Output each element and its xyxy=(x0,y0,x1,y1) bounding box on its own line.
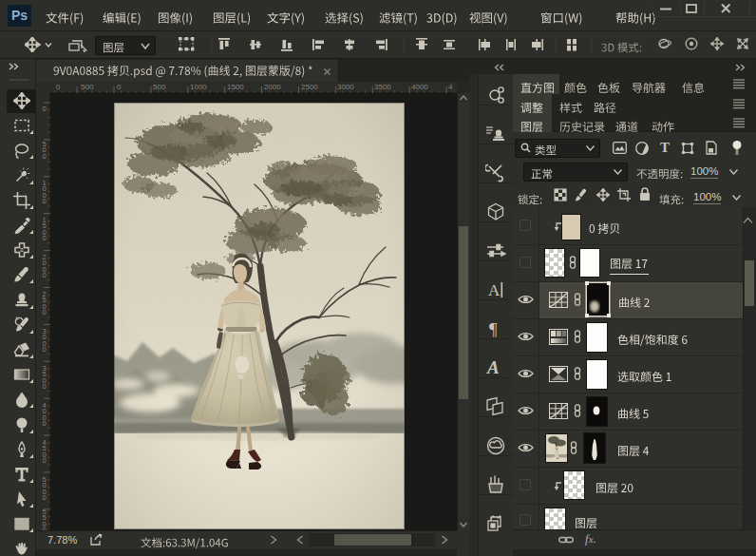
svg-text:A: A xyxy=(488,281,501,299)
svg-text:¶: ¶ xyxy=(489,319,498,339)
svg-text:A: A xyxy=(486,357,500,377)
